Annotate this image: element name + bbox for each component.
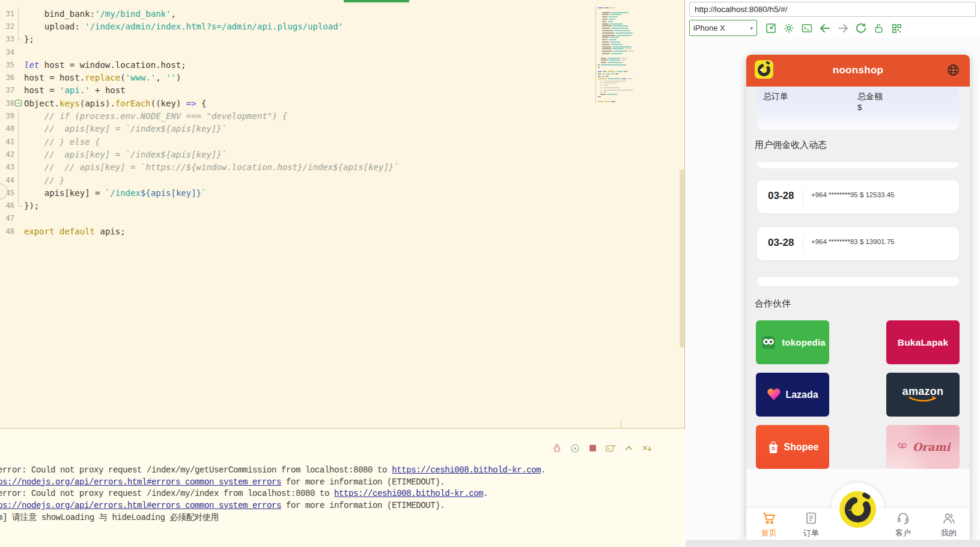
code-text: // // apis[key] = `https://${window.loca… [24,162,399,172]
fold-guide [14,174,24,186]
code-line[interactable]: 39 // if (process.env.NODE_ENV === "deve… [0,109,595,122]
new-console-icon[interactable] [606,443,616,453]
line-number: 35 [0,61,14,69]
code-text: // } else { [24,137,100,147]
fold-guide [14,123,24,135]
device-select[interactable]: iPhone X ▾ [689,20,757,36]
console-link[interactable]: https://ceshi008.bithold-kr.com [334,489,483,498]
code-line[interactable]: 31 bind_bank:'/my/bind_bank', [0,7,595,20]
code-line[interactable]: 38−Object.keys(apis).forEach((key) => { [0,97,595,109]
nav-label: 首页 [752,528,786,539]
browser-pane: iPhone X ▾ noonshop 总订单 总金额 $ 用户佣金收入动态 0… [686,0,980,547]
code-line[interactable]: 35let host = window.location.host; [0,58,595,71]
ide-pane: 31 bind_bank:'/my/bind_bank',32 upload: … [0,0,685,547]
nav-item-headset[interactable]: 客户 [886,511,920,539]
console-link[interactable]: https://ceshi008.bithold-kr.com [392,465,541,475]
line-number: 36 [0,73,14,82]
line-number: 31 [0,10,14,18]
forward-icon[interactable] [836,22,849,35]
code-line[interactable]: 40 // apis[key] = `/index${apis[key]}` [0,123,595,135]
settings-icon[interactable] [782,22,795,35]
code-line[interactable]: 48export default apis; [0,225,595,237]
code-line[interactable]: 43 // // apis[key] = `https://${window.l… [0,161,595,174]
line-number: 48 [0,227,14,236]
viewport-background [686,540,980,547]
code-line[interactable]: 32 upload: '/index/admin/index.html?s=/a… [0,20,595,32]
commission-info: +964 ********95 $ 12533.45 [811,191,894,198]
close-icon[interactable] [642,443,652,453]
qr-grid-icon[interactable] [890,22,903,35]
stop-icon[interactable] [588,443,598,453]
partner-logo-amazon[interactable]: amazon [886,373,960,417]
app-header: noonshop [746,55,970,87]
editor-vscrollbar-thumb[interactable] [680,170,684,347]
code-line[interactable]: 45 apis[key] = `/index${apis[key]}` [0,186,595,199]
partner-logo-tokopedia[interactable]: tokopedia [756,320,829,364]
console-line: m] 请注意 showLoading 与 hideLoading 必须配对使用 [0,512,659,524]
nav-item-profile[interactable]: 我的 [932,511,966,539]
partner-logo-bukalapak[interactable]: BukaLapak [886,320,960,364]
fold-guide [14,71,24,84]
restart-icon[interactable] [570,443,580,453]
nav-item-cart[interactable]: 首页 [752,511,786,539]
bug-icon[interactable] [552,443,562,453]
code-line[interactable]: 42 // apis[key] = `/index${apis[key]}` [0,148,595,160]
console-line: error: Could not proxy request /index/my… [0,489,659,501]
collapse-icon[interactable] [624,443,634,453]
fold-guide [14,225,24,237]
noon-center-logo[interactable]: noon [836,488,879,531]
line-number: 47 [0,214,14,222]
code-text: bind_bank:'/my/bind_bank', [24,9,176,19]
partner-logo-orami[interactable]: Orami [886,425,960,469]
code-text: // apis[key] = `/index${apis[key]}` [24,124,227,133]
editor-hscrollbar-thumb[interactable] [344,0,409,2]
code-line[interactable]: 37host = 'api.' + host [0,84,595,97]
line-number: 38 [0,99,14,108]
fold-guide [14,46,24,58]
code-line[interactable]: 36host = host.replace('www.', '') [0,71,595,84]
url-input[interactable] [689,2,976,17]
nav-item-orders[interactable]: 订单 [794,511,828,539]
partner-logo-lazada[interactable]: Lazada [756,373,829,417]
console-text: error: Could not proxy request /index/my… [0,489,334,498]
commission-card[interactable]: 03-28+964 ********95 $ 12533.45 [757,180,959,213]
fold-toggle-icon[interactable]: − [14,97,24,109]
commission-info: +964 ********83 $ 13901.75 [811,238,894,245]
fold-guide [14,84,24,97]
lock-icon[interactable] [872,22,885,35]
code-line[interactable]: 44 // } [0,174,595,186]
code-line[interactable]: 46}); [0,199,595,212]
commission-card[interactable]: 03-28+964 ********83 $ 13901.75 [757,227,959,260]
code-line[interactable]: 41 // } else { [0,135,595,148]
code-line[interactable]: 47 [0,212,595,225]
line-number: 41 [0,138,14,146]
divider [803,236,803,252]
code-line[interactable]: 33}; [0,33,595,46]
divider [803,189,803,205]
code-text: apis[key] = `/index${apis[key]}` [24,188,206,198]
code-line[interactable]: 34 [0,46,595,58]
code-editor[interactable]: 31 bind_bank:'/my/bind_bank',32 upload: … [0,0,684,429]
editor-minimap[interactable] [595,6,656,103]
console-link[interactable]: ps://nodejs.org/api/errors.html#errors_c… [0,501,281,510]
back-icon[interactable] [818,22,831,35]
open-window-icon[interactable] [764,22,777,35]
code-lines: 31 bind_bank:'/my/bind_bank',32 upload: … [0,7,595,237]
stats-card: 总订单 总金额 $ [757,87,959,130]
line-number: 40 [0,124,14,133]
console-text: for more information (ETIMEDOUT). [281,477,445,487]
orders-icon [804,511,818,525]
console-link[interactable]: ps://nodejs.org/api/errors.html#errors_c… [0,477,281,487]
scroll-card-edge [757,162,959,168]
language-globe-icon[interactable] [946,63,960,77]
pane-divider [621,419,621,429]
nav-label: 订单 [794,528,828,539]
fold-guide [14,58,24,71]
device-viewport: noonshop 总订单 总金额 $ 用户佣金收入动态 03-28+964 **… [686,37,980,547]
refresh-icon[interactable] [854,22,867,35]
terminal-icon[interactable] [800,22,813,35]
console-toolbar [552,443,652,453]
partner-logo-shopee[interactable]: SShopee [756,425,829,469]
fold-guide [14,212,24,225]
fold-guide [14,148,24,160]
